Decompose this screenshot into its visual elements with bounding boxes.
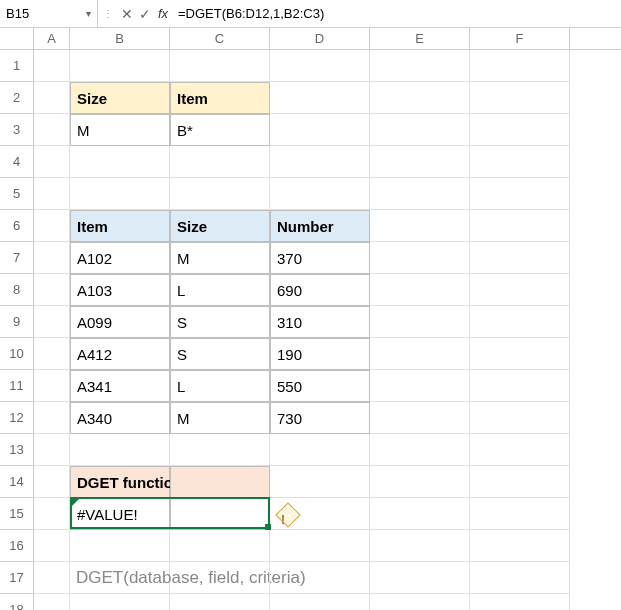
cell-B2[interactable]: Size	[70, 82, 170, 114]
cell-E1[interactable]	[370, 50, 470, 82]
cell-D10[interactable]: 190	[270, 338, 370, 370]
name-box[interactable]: B15 ▾	[0, 0, 98, 27]
row-header-6[interactable]: 6	[0, 210, 34, 242]
cell-A14[interactable]	[34, 466, 70, 498]
cell-E12[interactable]	[370, 402, 470, 434]
cell-C4[interactable]	[170, 146, 270, 178]
cell-A10[interactable]	[34, 338, 70, 370]
cell-A7[interactable]	[34, 242, 70, 274]
cell-E17[interactable]	[370, 562, 470, 594]
cell-C6[interactable]: Size	[170, 210, 270, 242]
col-header-D[interactable]: D	[270, 28, 370, 49]
cell-E18[interactable]	[370, 594, 470, 610]
cell-C10[interactable]: S	[170, 338, 270, 370]
cell-E5[interactable]	[370, 178, 470, 210]
cell-F8[interactable]	[470, 274, 570, 306]
cell-F11[interactable]	[470, 370, 570, 402]
cell-A18[interactable]	[34, 594, 70, 610]
cell-A16[interactable]	[34, 530, 70, 562]
cell-B11[interactable]: A341	[70, 370, 170, 402]
cell-B9[interactable]: A099	[70, 306, 170, 338]
cell-F3[interactable]	[470, 114, 570, 146]
row-header-11[interactable]: 11	[0, 370, 34, 402]
cell-D15[interactable]	[270, 498, 370, 530]
cell-B18[interactable]	[70, 594, 170, 610]
cell-D6[interactable]: Number	[270, 210, 370, 242]
cell-F1[interactable]	[470, 50, 570, 82]
cell-A6[interactable]	[34, 210, 70, 242]
cell-F12[interactable]	[470, 402, 570, 434]
cell-F6[interactable]	[470, 210, 570, 242]
cell-D4[interactable]	[270, 146, 370, 178]
row-header-5[interactable]: 5	[0, 178, 34, 210]
cell-B4[interactable]	[70, 146, 170, 178]
cell-B16[interactable]	[70, 530, 170, 562]
cell-A13[interactable]	[34, 434, 70, 466]
cell-B10[interactable]: A412	[70, 338, 170, 370]
row-header-17[interactable]: 17	[0, 562, 34, 594]
cell-F13[interactable]	[470, 434, 570, 466]
cell-A1[interactable]	[34, 50, 70, 82]
cell-E8[interactable]	[370, 274, 470, 306]
cell-A12[interactable]	[34, 402, 70, 434]
col-header-A[interactable]: A	[34, 28, 70, 49]
cell-A9[interactable]	[34, 306, 70, 338]
formula-input[interactable]: =DGET(B6:D12,1,B2:C3)	[172, 6, 621, 21]
name-box-dropdown-icon[interactable]: ▾	[86, 8, 91, 19]
cell-D9[interactable]: 310	[270, 306, 370, 338]
cell-F9[interactable]	[470, 306, 570, 338]
cell-E4[interactable]	[370, 146, 470, 178]
row-header-7[interactable]: 7	[0, 242, 34, 274]
row-header-8[interactable]: 8	[0, 274, 34, 306]
cell-C8[interactable]: L	[170, 274, 270, 306]
accept-formula-icon[interactable]: ✓	[136, 6, 154, 22]
cell-E2[interactable]	[370, 82, 470, 114]
cell-D8[interactable]: 690	[270, 274, 370, 306]
cell-C17[interactable]	[170, 562, 270, 594]
row-header-9[interactable]: 9	[0, 306, 34, 338]
cell-B14[interactable]: DGET function	[70, 466, 170, 498]
cancel-formula-icon[interactable]: ✕	[118, 6, 136, 22]
row-header-3[interactable]: 3	[0, 114, 34, 146]
cell-F2[interactable]	[470, 82, 570, 114]
cell-C13[interactable]	[170, 434, 270, 466]
cell-E3[interactable]	[370, 114, 470, 146]
col-header-E[interactable]: E	[370, 28, 470, 49]
row-header-13[interactable]: 13	[0, 434, 34, 466]
cell-F4[interactable]	[470, 146, 570, 178]
cell-B8[interactable]: A103	[70, 274, 170, 306]
cell-D2[interactable]	[270, 82, 370, 114]
cell-E6[interactable]	[370, 210, 470, 242]
cell-E14[interactable]	[370, 466, 470, 498]
cell-B17[interactable]: DGET(database, field, criteria)	[70, 562, 170, 594]
cell-F7[interactable]	[470, 242, 570, 274]
cell-A3[interactable]	[34, 114, 70, 146]
cell-A17[interactable]	[34, 562, 70, 594]
cell-E10[interactable]	[370, 338, 470, 370]
col-header-B[interactable]: B	[70, 28, 170, 49]
row-header-18[interactable]: 18	[0, 594, 34, 610]
cell-F15[interactable]	[470, 498, 570, 530]
cell-C5[interactable]	[170, 178, 270, 210]
row-header-12[interactable]: 12	[0, 402, 34, 434]
cell-C18[interactable]	[170, 594, 270, 610]
cell-E16[interactable]	[370, 530, 470, 562]
cell-F5[interactable]	[470, 178, 570, 210]
cell-D12[interactable]: 730	[270, 402, 370, 434]
cell-D13[interactable]	[270, 434, 370, 466]
cell-B6[interactable]: Item	[70, 210, 170, 242]
cell-E11[interactable]	[370, 370, 470, 402]
cell-C2[interactable]: Item	[170, 82, 270, 114]
cell-C3[interactable]: B*	[170, 114, 270, 146]
cell-C1[interactable]	[170, 50, 270, 82]
cell-F17[interactable]	[470, 562, 570, 594]
cell-C11[interactable]: L	[170, 370, 270, 402]
cell-A11[interactable]	[34, 370, 70, 402]
cell-B7[interactable]: A102	[70, 242, 170, 274]
cell-F16[interactable]	[470, 530, 570, 562]
col-header-C[interactable]: C	[170, 28, 270, 49]
cell-B3[interactable]: M	[70, 114, 170, 146]
row-header-14[interactable]: 14	[0, 466, 34, 498]
cell-A5[interactable]	[34, 178, 70, 210]
cell-B5[interactable]	[70, 178, 170, 210]
